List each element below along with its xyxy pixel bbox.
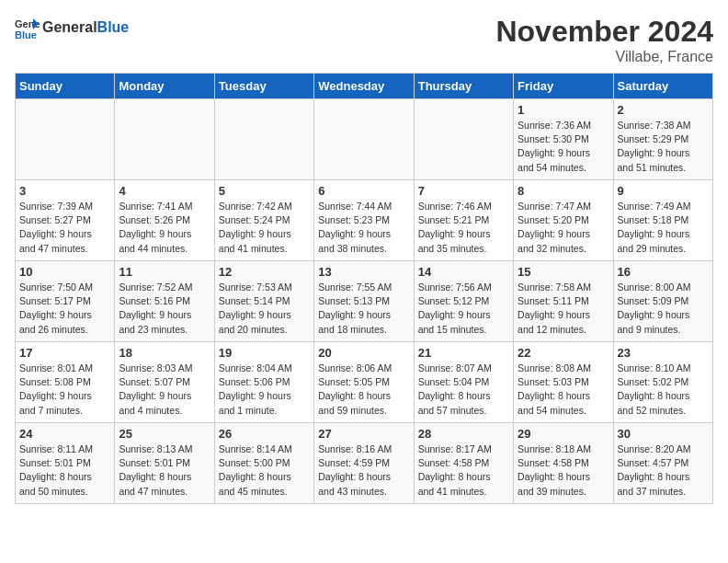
day-detail: Sunrise: 7:58 AM Sunset: 5:11 PM Dayligh…: [518, 281, 609, 337]
table-row: 12Sunrise: 7:53 AM Sunset: 5:14 PM Dayli…: [214, 261, 313, 342]
table-row: 15Sunrise: 7:58 AM Sunset: 5:11 PM Dayli…: [514, 261, 613, 342]
day-number: 4: [119, 184, 210, 198]
table-row: [115, 99, 214, 180]
header-saturday: Saturday: [613, 74, 712, 99]
day-number: 10: [19, 265, 110, 279]
day-detail: Sunrise: 8:08 AM Sunset: 5:03 PM Dayligh…: [518, 362, 609, 418]
header-tuesday: Tuesday: [214, 74, 313, 99]
day-detail: Sunrise: 8:11 AM Sunset: 5:01 PM Dayligh…: [19, 442, 110, 499]
table-row: 21Sunrise: 8:07 AM Sunset: 5:04 PM Dayli…: [414, 342, 513, 423]
calendar-week-row: 1Sunrise: 7:36 AM Sunset: 5:30 PM Daylig…: [16, 99, 713, 180]
day-detail: Sunrise: 8:14 AM Sunset: 5:00 PM Dayligh…: [219, 442, 310, 499]
table-row: 3Sunrise: 7:39 AM Sunset: 5:27 PM Daylig…: [16, 180, 115, 261]
title-area: November 2024 Villabe, France: [495, 15, 713, 65]
table-row: 1Sunrise: 7:36 AM Sunset: 5:30 PM Daylig…: [514, 99, 613, 180]
day-detail: Sunrise: 7:46 AM Sunset: 5:21 PM Dayligh…: [418, 200, 509, 256]
day-detail: Sunrise: 7:42 AM Sunset: 5:24 PM Dayligh…: [219, 200, 310, 256]
table-row: 22Sunrise: 8:08 AM Sunset: 5:03 PM Dayli…: [514, 342, 613, 423]
day-detail: Sunrise: 7:50 AM Sunset: 5:17 PM Dayligh…: [19, 281, 110, 337]
header-sunday: Sunday: [16, 74, 115, 99]
day-number: 20: [318, 346, 409, 360]
day-detail: Sunrise: 7:38 AM Sunset: 5:29 PM Dayligh…: [618, 119, 709, 175]
table-row: 29Sunrise: 8:18 AM Sunset: 4:58 PM Dayli…: [514, 423, 613, 504]
day-detail: Sunrise: 8:13 AM Sunset: 5:01 PM Dayligh…: [119, 442, 210, 499]
day-detail: Sunrise: 7:52 AM Sunset: 5:16 PM Dayligh…: [119, 281, 210, 337]
day-detail: Sunrise: 7:47 AM Sunset: 5:20 PM Dayligh…: [518, 200, 609, 256]
table-row: 4Sunrise: 7:41 AM Sunset: 5:26 PM Daylig…: [115, 180, 214, 261]
table-row: 8Sunrise: 7:47 AM Sunset: 5:20 PM Daylig…: [514, 180, 613, 261]
table-row: 25Sunrise: 8:13 AM Sunset: 5:01 PM Dayli…: [115, 423, 214, 504]
day-number: 27: [318, 427, 409, 441]
table-row: 30Sunrise: 8:20 AM Sunset: 4:57 PM Dayli…: [613, 423, 712, 504]
day-detail: Sunrise: 8:10 AM Sunset: 5:02 PM Dayligh…: [618, 362, 709, 418]
table-row: 16Sunrise: 8:00 AM Sunset: 5:09 PM Dayli…: [613, 261, 712, 342]
day-detail: Sunrise: 8:00 AM Sunset: 5:09 PM Dayligh…: [618, 281, 709, 337]
day-detail: Sunrise: 8:16 AM Sunset: 4:59 PM Dayligh…: [318, 442, 409, 499]
day-number: 12: [219, 265, 310, 279]
day-detail: Sunrise: 8:18 AM Sunset: 4:58 PM Dayligh…: [518, 442, 609, 499]
table-row: 24Sunrise: 8:11 AM Sunset: 5:01 PM Dayli…: [16, 423, 115, 504]
day-number: 3: [19, 184, 110, 198]
table-row: 11Sunrise: 7:52 AM Sunset: 5:16 PM Dayli…: [115, 261, 214, 342]
day-detail: Sunrise: 8:07 AM Sunset: 5:04 PM Dayligh…: [418, 362, 509, 418]
day-number: 1: [518, 103, 609, 117]
day-detail: Sunrise: 8:04 AM Sunset: 5:06 PM Dayligh…: [219, 362, 310, 418]
table-row: 19Sunrise: 8:04 AM Sunset: 5:06 PM Dayli…: [214, 342, 313, 423]
day-number: 30: [618, 427, 709, 441]
table-row: 9Sunrise: 7:49 AM Sunset: 5:18 PM Daylig…: [613, 180, 712, 261]
day-number: 11: [119, 265, 210, 279]
calendar-week-row: 24Sunrise: 8:11 AM Sunset: 5:01 PM Dayli…: [16, 423, 713, 504]
calendar-week-row: 3Sunrise: 7:39 AM Sunset: 5:27 PM Daylig…: [16, 180, 713, 261]
table-row: [214, 99, 313, 180]
header-wednesday: Wednesday: [314, 74, 414, 99]
day-number: 23: [618, 346, 709, 360]
day-detail: Sunrise: 7:36 AM Sunset: 5:30 PM Dayligh…: [518, 119, 609, 175]
day-detail: Sunrise: 7:56 AM Sunset: 5:12 PM Dayligh…: [418, 281, 509, 337]
table-row: 6Sunrise: 7:44 AM Sunset: 5:23 PM Daylig…: [314, 180, 414, 261]
day-number: 7: [418, 184, 509, 198]
page-header: General Blue GeneralBlue November 2024 V…: [15, 15, 713, 65]
table-row: 2Sunrise: 7:38 AM Sunset: 5:29 PM Daylig…: [613, 99, 712, 180]
table-row: [16, 99, 115, 180]
header-friday: Friday: [514, 74, 613, 99]
table-row: 13Sunrise: 7:55 AM Sunset: 5:13 PM Dayli…: [314, 261, 414, 342]
table-row: 27Sunrise: 8:16 AM Sunset: 4:59 PM Dayli…: [314, 423, 414, 504]
table-row: 28Sunrise: 8:17 AM Sunset: 4:58 PM Dayli…: [414, 423, 513, 504]
day-number: 25: [119, 427, 210, 441]
calendar-week-row: 10Sunrise: 7:50 AM Sunset: 5:17 PM Dayli…: [16, 261, 713, 342]
day-number: 19: [219, 346, 310, 360]
logo-icon: General Blue: [15, 15, 40, 40]
calendar-table: Sunday Monday Tuesday Wednesday Thursday…: [15, 73, 713, 504]
day-number: 18: [119, 346, 210, 360]
day-number: 6: [318, 184, 409, 198]
day-number: 22: [518, 346, 609, 360]
day-number: 16: [618, 265, 709, 279]
day-number: 13: [318, 265, 409, 279]
day-number: 8: [518, 184, 609, 198]
table-row: [414, 99, 513, 180]
table-row: 26Sunrise: 8:14 AM Sunset: 5:00 PM Dayli…: [214, 423, 313, 504]
day-detail: Sunrise: 7:39 AM Sunset: 5:27 PM Dayligh…: [19, 200, 110, 256]
day-number: 26: [219, 427, 310, 441]
month-title: November 2024: [495, 15, 713, 49]
day-detail: Sunrise: 8:01 AM Sunset: 5:08 PM Dayligh…: [19, 362, 110, 418]
day-detail: Sunrise: 8:06 AM Sunset: 5:05 PM Dayligh…: [318, 362, 409, 418]
calendar-header-row: Sunday Monday Tuesday Wednesday Thursday…: [16, 74, 713, 99]
calendar-week-row: 17Sunrise: 8:01 AM Sunset: 5:08 PM Dayli…: [16, 342, 713, 423]
table-row: 18Sunrise: 8:03 AM Sunset: 5:07 PM Dayli…: [115, 342, 214, 423]
day-detail: Sunrise: 7:55 AM Sunset: 5:13 PM Dayligh…: [318, 281, 409, 337]
day-number: 15: [518, 265, 609, 279]
table-row: 20Sunrise: 8:06 AM Sunset: 5:05 PM Dayli…: [314, 342, 414, 423]
day-number: 21: [418, 346, 509, 360]
day-number: 5: [219, 184, 310, 198]
day-number: 29: [518, 427, 609, 441]
day-number: 17: [19, 346, 110, 360]
day-number: 24: [19, 427, 110, 441]
table-row: 7Sunrise: 7:46 AM Sunset: 5:21 PM Daylig…: [414, 180, 513, 261]
day-detail: Sunrise: 8:20 AM Sunset: 4:57 PM Dayligh…: [618, 442, 709, 499]
location-subtitle: Villabe, France: [495, 49, 713, 65]
day-number: 14: [418, 265, 509, 279]
table-row: 14Sunrise: 7:56 AM Sunset: 5:12 PM Dayli…: [414, 261, 513, 342]
table-row: 10Sunrise: 7:50 AM Sunset: 5:17 PM Dayli…: [16, 261, 115, 342]
svg-text:Blue: Blue: [15, 29, 37, 40]
